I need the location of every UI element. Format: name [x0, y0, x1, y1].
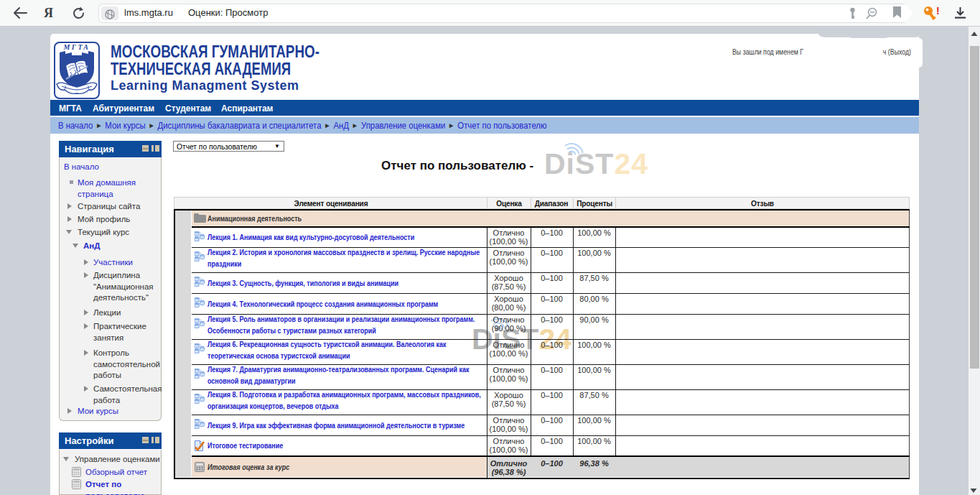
svg-text:!: ! [936, 5, 940, 17]
